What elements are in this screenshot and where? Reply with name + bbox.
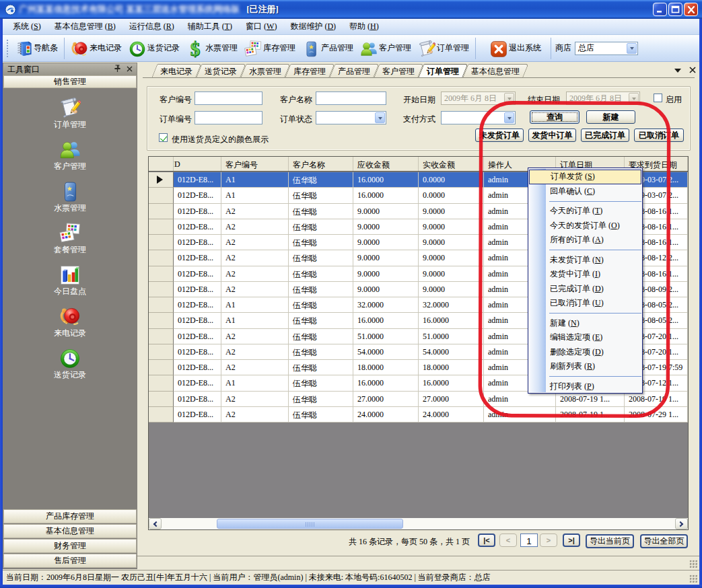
sidebar-item-barchart[interactable]: 今日盘点: [3, 264, 137, 297]
toolbar-button-scroll-pencil[interactable]: 订单管理: [415, 38, 472, 59]
column-header-1[interactable]: 客户编号: [221, 157, 289, 171]
menu-item-w[interactable]: 窗口 (W): [239, 19, 283, 34]
column-header-4[interactable]: 实收金额: [419, 157, 484, 171]
menu-item-s[interactable]: 系统 (S): [6, 19, 48, 34]
toolbar-button-notebook[interactable]: 导航条: [11, 38, 61, 59]
new-button[interactable]: 新建: [586, 110, 635, 124]
toolbar-button-buddies[interactable]: 客户管理: [357, 38, 415, 59]
menu-item-t[interactable]: 辅助工具 (T): [181, 19, 239, 34]
context-menu-item[interactable]: 回单确认 (C): [529, 184, 641, 199]
maximize-button[interactable]: [668, 3, 682, 16]
grid-corner-cell[interactable]: [149, 157, 174, 171]
context-menu-item[interactable]: 所有的订单 (A): [529, 233, 641, 248]
context-menu-item[interactable]: 已取消订单 (U): [529, 296, 641, 311]
sidebar-item-pda[interactable]: 水票管理: [3, 181, 137, 213]
scrollbar-thumb[interactable]: [217, 519, 403, 529]
tab-水票管理[interactable]: 水票管理: [240, 64, 285, 78]
toolbar-button-clock[interactable]: 送货记录: [125, 38, 183, 59]
enable-checkbox[interactable]: [654, 94, 662, 102]
quick-filter-button-0[interactable]: 未发货订单: [475, 128, 524, 142]
menu-item-d[interactable]: 数据维护 (D): [283, 19, 343, 34]
sidebar-item-scroll-pencil[interactable]: 订单管理: [3, 98, 137, 130]
pay-method-combobox[interactable]: [441, 111, 516, 124]
tool-window-header[interactable]: 工具窗口: [3, 63, 137, 75]
barchart-icon: [59, 264, 81, 286]
resize-grip[interactable]: [689, 560, 698, 568]
next-page-button[interactable]: >: [540, 534, 557, 547]
column-header-2[interactable]: 客户名称: [289, 157, 353, 171]
context-menu-item[interactable]: 删除选定项 (D): [529, 345, 641, 360]
tab-基本信息管理[interactable]: 基本信息管理: [462, 64, 523, 78]
query-button[interactable]: 查询: [530, 110, 580, 124]
toolbar-button-bell[interactable]: 来电记录: [67, 38, 125, 59]
minimize-button[interactable]: [653, 3, 667, 16]
cell: A2: [221, 266, 289, 282]
quick-filter-button-3[interactable]: 已取消订单: [634, 128, 684, 142]
sidebar-group-sales[interactable]: 销售管理: [3, 75, 137, 88]
tab-库存管理[interactable]: 库存管理: [285, 64, 329, 78]
toolbar-button-book[interactable]: 产品管理: [299, 38, 357, 59]
close-icon[interactable]: [689, 66, 696, 75]
sidebar-item-cards[interactable]: 套餐管理: [3, 223, 137, 255]
toolbar-button-dollar[interactable]: $$水票管理: [183, 38, 241, 59]
courier-color-checkbox[interactable]: [159, 133, 168, 142]
tab-订单管理[interactable]: 订单管理: [418, 64, 462, 78]
tab-产品管理[interactable]: 产品管理: [329, 64, 374, 78]
scroll-left-button[interactable]: [149, 518, 162, 529]
chevron-down-icon[interactable]: [674, 66, 681, 75]
first-page-button[interactable]: |<: [478, 534, 495, 547]
table-row[interactable]: 012D-E8...A2伍华聪24.000024.0000admin2008-0…: [149, 407, 688, 422]
context-menu-item[interactable]: 新建 (N): [529, 316, 641, 331]
sidebar-group-bar[interactable]: 售后管理: [3, 554, 137, 568]
tab-客户管理[interactable]: 客户管理: [374, 64, 418, 78]
order-no-input[interactable]: [195, 111, 262, 124]
chevron-down-icon[interactable]: [627, 43, 637, 54]
context-menu-item[interactable]: 刷新列表 (R): [529, 359, 641, 374]
page-number-input[interactable]: [520, 534, 538, 547]
export-all-pages-button[interactable]: 导出全部页: [640, 534, 688, 548]
menu-item-h[interactable]: 帮助 (H): [343, 19, 386, 34]
pin-icon[interactable]: [114, 65, 121, 75]
tab-送货记录[interactable]: 送货记录: [196, 64, 240, 78]
sidebar-group-bar[interactable]: 基本信息管理: [3, 524, 137, 538]
sidebar-item-bell[interactable]: 来电记录: [3, 306, 137, 338]
context-menu-item[interactable]: 今天的订单 (T): [529, 204, 641, 219]
context-menu-item[interactable]: 今天的发货订单 (O): [529, 219, 641, 233]
toolbar-button-exit[interactable]: 退出系统: [487, 38, 548, 59]
toolbar-button-cards[interactable]: 库存管理: [241, 38, 299, 59]
context-menu-item[interactable]: 编辑选定项 (E): [529, 330, 641, 345]
cell: admin: [484, 407, 556, 422]
start-date-picker[interactable]: 2009年 6月 8日: [441, 91, 516, 105]
context-menu-item[interactable]: 发货中订单 (I): [529, 267, 641, 282]
close-icon[interactable]: [127, 65, 133, 74]
order-state-combobox[interactable]: [316, 111, 386, 124]
scroll-right-button[interactable]: [675, 518, 688, 529]
sidebar-item-clock[interactable]: 送货记录: [3, 348, 137, 380]
resize-grip[interactable]: [689, 575, 698, 583]
menu-item-b[interactable]: 基本信息管理 (B): [48, 19, 122, 34]
export-current-page-button[interactable]: 导出当前页: [586, 534, 634, 548]
context-menu-item[interactable]: 订单发货 (S): [529, 170, 641, 184]
previous-page-button[interactable]: <: [499, 534, 517, 547]
end-date-picker[interactable]: 2009年 6月 8日: [566, 91, 640, 105]
menu-item-r[interactable]: 运行信息 (R): [122, 19, 181, 34]
sidebar-item-buddies[interactable]: 客户管理: [3, 139, 137, 172]
quick-filter-button-1[interactable]: 发货中订单: [528, 128, 576, 142]
customer-name-input[interactable]: [316, 91, 386, 105]
horizontal-scrollbar[interactable]: [149, 518, 688, 529]
tab-来电记录[interactable]: 来电记录: [151, 64, 196, 78]
context-menu-item[interactable]: 已完成订单 (D): [529, 282, 641, 297]
last-page-button[interactable]: >|: [563, 534, 580, 547]
title-bar[interactable]: 广州某某信息技术有限公司 某某三层送水管理系统网络版 [已注册]: [0, 0, 702, 19]
customer-no-input[interactable]: [195, 91, 262, 105]
close-button[interactable]: [684, 3, 698, 16]
toolbar-grip[interactable]: [6, 39, 9, 58]
quick-filter-button-2[interactable]: 已完成订单: [581, 128, 629, 142]
sidebar-group-bar[interactable]: 财务管理: [3, 539, 137, 553]
context-menu-item[interactable]: 未发货订单 (N): [529, 253, 641, 268]
column-header-3[interactable]: 应收金额: [353, 157, 419, 171]
sidebar-group-bar[interactable]: 产品库存管理: [3, 509, 137, 523]
column-header-0[interactable]: ID: [174, 157, 221, 171]
context-menu-item[interactable]: 打印列表 (P): [529, 379, 641, 394]
store-combobox[interactable]: 总店: [575, 42, 638, 55]
